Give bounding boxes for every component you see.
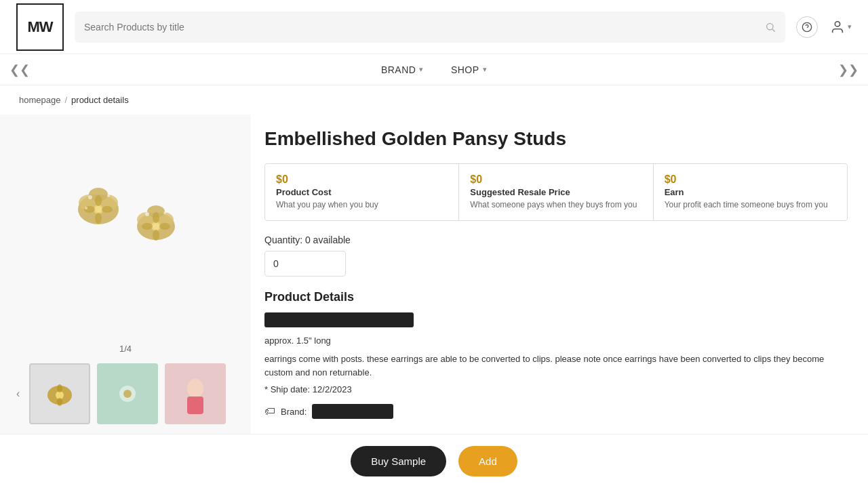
brand-label: Brand: xyxy=(281,407,307,417)
thumbnail-2[interactable] xyxy=(97,363,158,424)
svg-point-0 xyxy=(767,23,773,29)
product-title: Embellished Golden Pansy Studs xyxy=(264,128,848,150)
svg-point-10 xyxy=(95,195,102,206)
nav-items: BRAND ▾ SHOP ▾ xyxy=(381,64,487,75)
svg-point-11 xyxy=(95,213,102,224)
price-cost-amount: $0 xyxy=(276,174,448,186)
price-box-cost: $0 Product Cost What you pay when you bu… xyxy=(265,164,459,220)
nav-arrow-right[interactable]: ❯❯ xyxy=(829,57,868,83)
price-resale-amount: $0 xyxy=(470,174,642,186)
svg-point-4 xyxy=(835,21,840,26)
nav-label-shop: SHOP xyxy=(451,64,479,75)
help-button[interactable] xyxy=(796,16,818,38)
svg-point-28 xyxy=(145,212,149,216)
brand-redacted-bar xyxy=(312,404,393,419)
breadcrumb-separator: / xyxy=(64,95,67,105)
price-earn-label: Earn xyxy=(665,187,836,197)
svg-point-13 xyxy=(102,206,113,213)
svg-point-14 xyxy=(95,206,102,213)
logo[interactable]: MW xyxy=(16,3,64,51)
svg-point-29 xyxy=(163,211,166,214)
chevron-brand-icon: ▾ xyxy=(419,65,424,74)
nav-item-brand[interactable]: BRAND ▾ xyxy=(381,64,424,75)
approx-size-text: approx. 1.5" long xyxy=(264,334,848,348)
navbar: ❮❮ BRAND ▾ SHOP ▾ ❯❯ xyxy=(0,54,868,85)
price-earn-amount: $0 xyxy=(665,174,836,186)
price-earn-desc: Your profit each time someone buys from … xyxy=(665,199,836,211)
svg-point-24 xyxy=(153,230,159,241)
user-menu-button[interactable]: ▾ xyxy=(830,20,852,35)
svg-point-26 xyxy=(159,223,170,230)
thumbnail-1[interactable] xyxy=(29,363,90,424)
product-panel: Embellished Golden Pansy Studs $0 Produc… xyxy=(251,115,868,438)
product-image xyxy=(54,162,197,304)
price-box-resale: $0 Suggested Resale Price What someone p… xyxy=(459,164,653,220)
svg-point-16 xyxy=(107,195,110,197)
search-icon xyxy=(765,22,776,33)
breadcrumb-current: product details xyxy=(71,95,129,105)
svg-line-1 xyxy=(772,29,775,32)
image-panel: 1/4 ‹ xyxy=(0,115,251,438)
svg-point-27 xyxy=(153,223,159,230)
quantity-input[interactable] xyxy=(264,251,346,277)
chevron-shop-icon: ▾ xyxy=(483,65,488,74)
svg-rect-39 xyxy=(187,396,203,414)
svg-point-32 xyxy=(57,384,62,392)
image-counter: 1/4 xyxy=(119,344,132,354)
tag-icon: 🏷 xyxy=(264,405,275,418)
svg-point-38 xyxy=(187,379,203,398)
buy-sample-button[interactable]: Buy Sample xyxy=(351,446,446,476)
svg-point-15 xyxy=(88,195,92,199)
brand-row: 🏷 Brand: xyxy=(264,404,848,419)
header: MW ▾ xyxy=(0,0,868,54)
price-row: $0 Product Cost What you pay when you bu… xyxy=(264,163,848,221)
svg-point-33 xyxy=(57,398,62,406)
main-content: 1/4 ‹ xyxy=(0,115,868,488)
nav-label-brand: BRAND xyxy=(381,64,416,75)
svg-point-23 xyxy=(153,212,159,223)
nav-arrow-left[interactable]: ❮❮ xyxy=(0,57,39,83)
product-details-title: Product Details xyxy=(264,290,848,304)
price-box-earn: $0 Earn Your profit each time someone bu… xyxy=(654,164,847,220)
thumbnail-row: ‹ xyxy=(14,363,237,424)
user-chevron: ▾ xyxy=(848,22,852,31)
thumbnail-3[interactable] xyxy=(165,363,226,424)
thumbnail-arrow-left[interactable]: ‹ xyxy=(14,385,22,403)
question-icon xyxy=(802,22,812,33)
nav-item-shop[interactable]: SHOP ▾ xyxy=(451,64,487,75)
search-input[interactable] xyxy=(84,22,758,33)
bottom-bar: Buy Sample Add xyxy=(0,434,868,488)
ship-date: * Ship date: 12/2/2023 xyxy=(264,384,848,394)
product-description: earrings come with posts. these earrings… xyxy=(264,352,848,379)
price-cost-desc: What you pay when you buy xyxy=(276,199,448,211)
main-image-area xyxy=(17,128,234,338)
svg-point-25 xyxy=(142,223,153,230)
svg-point-17 xyxy=(85,207,87,209)
user-icon xyxy=(830,20,845,35)
quantity-label: Quantity: 0 available xyxy=(264,235,848,245)
add-button[interactable]: Add xyxy=(458,446,517,476)
price-resale-desc: What someone pays when they buys from yo… xyxy=(470,199,642,211)
price-resale-label: Suggested Resale Price xyxy=(470,187,642,197)
breadcrumb: homepage / product details xyxy=(0,85,868,115)
svg-point-36 xyxy=(123,390,132,398)
breadcrumb-home[interactable]: homepage xyxy=(19,95,60,105)
price-cost-label: Product Cost xyxy=(276,187,448,197)
redacted-bar-1 xyxy=(264,312,414,327)
search-bar[interactable] xyxy=(75,12,785,43)
header-icons: ▾ xyxy=(796,16,852,38)
logo-text: MW xyxy=(27,18,52,36)
